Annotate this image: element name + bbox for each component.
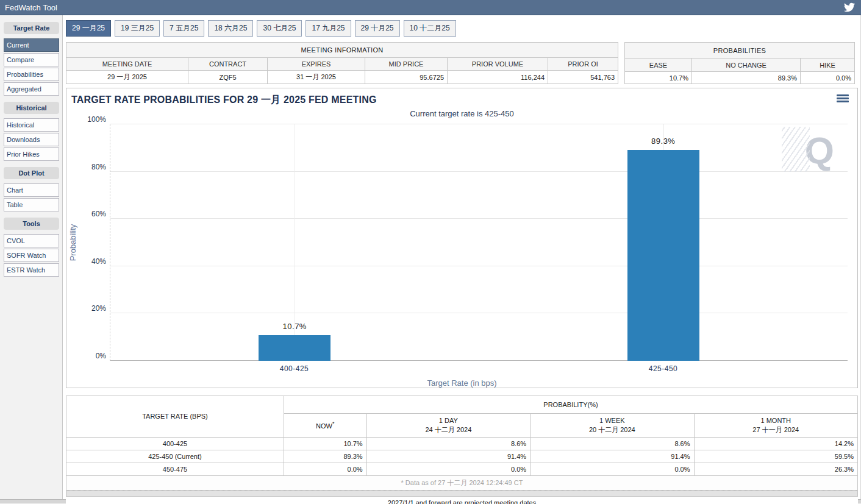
expires-value: 31 一月 2025 bbox=[268, 71, 365, 84]
col-no-change: NO CHANGE bbox=[692, 59, 801, 72]
col-expires: EXPIRES bbox=[268, 58, 365, 71]
sidebar-group-tools: Tools bbox=[4, 218, 59, 230]
y-tick-20: 20% bbox=[91, 304, 106, 313]
x-axis-label: Target Rate (in bps) bbox=[66, 378, 857, 388]
col-prior-oi: PRIOR OI bbox=[548, 58, 618, 71]
y-tick-80: 80% bbox=[91, 163, 106, 171]
col-ease: EASE bbox=[625, 59, 692, 72]
probabilities-title: PROBABILITIES bbox=[625, 43, 855, 59]
hike-value: 0.0% bbox=[801, 72, 855, 84]
bar-400-425[interactable]: 10.7% bbox=[259, 124, 330, 361]
probability-history-table: TARGET RATE (BPS) PROBABILITY(%) NOW* 1 … bbox=[66, 396, 858, 491]
tab-meeting-jun25[interactable]: 18 六月25 bbox=[208, 20, 253, 37]
chart-title: TARGET RATE PROBABILITIES FOR 29 一月 2025… bbox=[66, 88, 857, 107]
rate-cell: 400-425 bbox=[66, 437, 284, 450]
meeting-date-value: 29 一月 2025 bbox=[66, 71, 188, 84]
sidebar-item-estr-watch[interactable]: ESTR Watch bbox=[4, 263, 59, 277]
x-tick-425-450: 425-450 bbox=[649, 364, 678, 373]
col-meeting-date: MEETING DATE bbox=[66, 58, 188, 71]
now-cell: 10.7% bbox=[284, 437, 366, 450]
sidebar-group-dot-plot: Dot Plot bbox=[4, 167, 59, 179]
week-cell: 0.0% bbox=[531, 463, 694, 475]
week-cell: 8.6% bbox=[531, 437, 694, 450]
x-axis-ticks: 400-425 425-450 bbox=[110, 364, 848, 374]
bar-value-label: 89.3% bbox=[651, 137, 675, 146]
no-change-value: 89.3% bbox=[692, 72, 801, 84]
rate-cell: 425-450 (Current) bbox=[66, 450, 284, 463]
prior-oi-value: 541,763 bbox=[548, 71, 618, 84]
now-cell: 0.0% bbox=[284, 463, 366, 475]
y-tick-60: 60% bbox=[91, 210, 106, 218]
chart-plot-area: Probability 0% 20% 40% 60% 80% 100% Q 10… bbox=[110, 124, 848, 361]
month-cell: 14.2% bbox=[694, 437, 857, 450]
sidebar-item-sofr-watch[interactable]: SOFR Watch bbox=[4, 249, 59, 262]
y-tick-0: 0% bbox=[96, 352, 106, 360]
sidebar-group-target-rate: Target Rate bbox=[4, 22, 59, 34]
sidebar-item-chart[interactable]: Chart bbox=[4, 183, 59, 197]
sidebar: Target Rate Current Compare Probabilitie… bbox=[0, 15, 63, 499]
target-rate-chart: TARGET RATE PROBABILITIES FOR 29 一月 2025… bbox=[66, 88, 858, 388]
title-bar: FedWatch Tool bbox=[0, 0, 861, 15]
sidebar-item-prior-hikes[interactable]: Prior Hikes bbox=[4, 147, 59, 161]
week-cell: 91.4% bbox=[531, 450, 694, 463]
tab-meeting-mar25[interactable]: 19 三月25 bbox=[115, 20, 160, 37]
col-hike: HIKE bbox=[801, 59, 855, 72]
chart-menu-icon[interactable] bbox=[837, 94, 849, 104]
day-cell: 0.0% bbox=[366, 463, 530, 475]
probability-pct-header: PROBABILITY(%) bbox=[284, 396, 857, 414]
ease-value: 10.7% bbox=[625, 72, 692, 84]
tab-meeting-jan25[interactable]: 29 一月25 bbox=[66, 20, 111, 37]
sidebar-group-historical: Historical bbox=[4, 102, 59, 114]
projected-meetings-note: 2027/1/1 and forward are projected meeti… bbox=[66, 497, 858, 504]
sidebar-item-compare[interactable]: Compare bbox=[4, 53, 59, 66]
meeting-information-table: MEETING INFORMATION MEETING DATE CONTRAC… bbox=[66, 42, 618, 84]
tab-meeting-jul25[interactable]: 30 七月25 bbox=[257, 20, 302, 37]
tab-meeting-sep25[interactable]: 17 九月25 bbox=[305, 20, 351, 37]
now-cell: 89.3% bbox=[284, 450, 366, 463]
sidebar-item-table[interactable]: Table bbox=[4, 198, 59, 211]
day-cell: 8.6% bbox=[366, 437, 530, 450]
month-cell: 59.5% bbox=[694, 450, 857, 463]
month-cell: 26.3% bbox=[694, 463, 857, 475]
table-row: 450-475 0.0% 0.0% 0.0% 26.3% bbox=[66, 463, 858, 475]
y-axis-label: Probability bbox=[68, 224, 77, 261]
col-1-day: 1 DAY24 十二月 2024 bbox=[366, 414, 530, 438]
meeting-date-tabs: 29 一月25 19 三月25 7 五月25 18 六月25 30 七月25 1… bbox=[66, 20, 858, 41]
twitter-icon[interactable] bbox=[844, 2, 855, 13]
chart-subtitle: Current target rate is 425-450 bbox=[66, 109, 857, 118]
col-contract: CONTRACT bbox=[188, 58, 268, 71]
sidebar-item-cvol[interactable]: CVOL bbox=[4, 234, 59, 247]
col-mid-price: MID PRICE bbox=[365, 58, 448, 71]
col-prior-volume: PRIOR VOLUME bbox=[448, 58, 548, 71]
mid-price-value: 95.6725 bbox=[365, 71, 448, 84]
contract-value: ZQF5 bbox=[188, 71, 268, 84]
bar-425-450[interactable]: 89.3% bbox=[627, 124, 699, 361]
app-title: FedWatch Tool bbox=[5, 3, 57, 12]
sidebar-item-probabilities[interactable]: Probabilities bbox=[4, 68, 59, 81]
tab-meeting-dec25[interactable]: 10 十二月25 bbox=[404, 20, 456, 37]
rate-cell: 450-475 bbox=[66, 463, 284, 475]
sidebar-item-downloads[interactable]: Downloads bbox=[4, 133, 59, 146]
sidebar-item-historical[interactable]: Historical bbox=[4, 118, 59, 132]
col-1-month: 1 MONTH27 十一月 2024 bbox=[694, 414, 857, 438]
sidebar-item-current[interactable]: Current bbox=[4, 38, 59, 52]
quikstrike-watermark: Q bbox=[805, 132, 834, 169]
y-tick-100: 100% bbox=[87, 115, 106, 124]
tab-meeting-oct25[interactable]: 29 十月25 bbox=[355, 20, 400, 37]
col-now: NOW* bbox=[284, 414, 366, 438]
horizontal-scrollbar[interactable] bbox=[66, 491, 858, 497]
bar-value-label: 10.7% bbox=[283, 322, 307, 331]
table-row: 400-425 10.7% 8.6% 8.6% 14.2% bbox=[66, 437, 858, 450]
prior-volume-value: 116,244 bbox=[448, 71, 548, 84]
probabilities-summary-table: PROBABILITIES EASE NO CHANGE HIKE 10.7% … bbox=[624, 42, 855, 84]
target-rate-bps-header: TARGET RATE (BPS) bbox=[66, 396, 284, 438]
col-1-week: 1 WEEK20 十二月 2024 bbox=[531, 414, 694, 438]
x-tick-400-425: 400-425 bbox=[280, 364, 309, 373]
sidebar-item-aggregated[interactable]: Aggregated bbox=[4, 82, 59, 96]
y-tick-40: 40% bbox=[91, 257, 106, 266]
day-cell: 91.4% bbox=[366, 450, 530, 463]
table-row: 425-450 (Current) 89.3% 91.4% 91.4% 59.5… bbox=[66, 450, 858, 463]
meeting-info-title: MEETING INFORMATION bbox=[66, 43, 618, 58]
tab-meeting-may25[interactable]: 7 五月25 bbox=[163, 20, 204, 37]
main-content: 29 一月25 19 三月25 7 五月25 18 六月25 30 七月25 1… bbox=[63, 15, 861, 499]
